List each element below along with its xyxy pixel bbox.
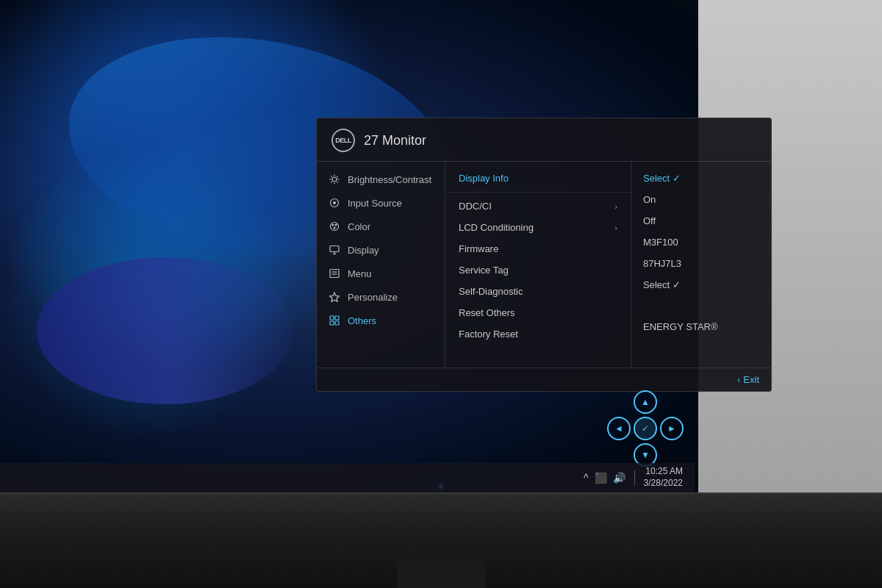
monitor-stand <box>397 559 485 588</box>
menu-item-self-diagnostic[interactable]: Self-Diagnostic <box>445 281 631 302</box>
arrow-icon-lcd: › <box>614 223 617 232</box>
taskbar: ^ ⬛ 🔊 10:25 AM 3/28/2022 <box>0 463 695 492</box>
nav-label-brightness: Brightness/Contrast <box>348 174 431 185</box>
swirl-decoration-4 <box>37 257 294 404</box>
nav-item-menu[interactable]: Menu <box>317 262 445 285</box>
svg-line-8 <box>331 182 331 182</box>
menu-label-display-info: Display Info <box>459 173 509 184</box>
svg-point-0 <box>332 177 337 182</box>
nav-center-button[interactable]: ✓ <box>634 417 657 440</box>
svg-rect-15 <box>330 246 339 252</box>
svg-line-7 <box>337 176 337 176</box>
nav-item-input-source[interactable]: Input Source <box>317 191 445 215</box>
menu-label-lcd: LCD Conditioning <box>459 222 534 233</box>
chevron-left-icon: ‹ <box>737 375 740 385</box>
exit-label: Exit <box>743 374 759 385</box>
menu-item-display-info[interactable]: Display Info <box>445 168 631 189</box>
svg-marker-21 <box>330 293 340 302</box>
menu-item-factory-reset[interactable]: Factory Reset <box>445 323 631 345</box>
nav-up-button[interactable]: ▲ <box>634 390 657 414</box>
firmware-value-label: M3F100 <box>643 237 678 248</box>
menu-item-lcd-conditioning[interactable]: LCD Conditioning › <box>445 217 631 238</box>
nav-label-input: Input Source <box>348 198 402 209</box>
nav-right-button[interactable]: ► <box>660 417 684 440</box>
osd-values-panel: Select ✓ On Off M3F100 87HJ7L3 Select ✓ … <box>631 162 771 368</box>
osd-header: DELL 27 Monitor <box>317 118 771 162</box>
energy-star-label: ENERGY STAR® <box>643 321 718 332</box>
nav-label-display: Display <box>348 245 379 256</box>
value-select-checkmark: Select ✓ <box>631 168 771 189</box>
svg-point-13 <box>335 224 337 226</box>
off-label: Off <box>643 215 656 226</box>
svg-point-11 <box>331 223 339 231</box>
menu-item-ddc-ci[interactable]: DDC/CI › <box>445 196 631 217</box>
taskbar-time-value: 10:25 AM <box>644 466 683 478</box>
taskbar-divider <box>634 470 635 485</box>
menu-label-service-tag: Service Tag <box>459 265 509 276</box>
dell-logo: DELL <box>331 129 355 152</box>
svg-rect-18 <box>330 270 339 278</box>
nav-item-color[interactable]: Color <box>317 215 445 238</box>
value-select-2: Select ✓ <box>631 274 771 295</box>
color-icon <box>329 220 340 232</box>
service-tag-value-label: 87HJ7L3 <box>643 258 681 269</box>
value-service-tag: 87HJ7L3 <box>631 253 771 274</box>
taskbar-volume-icon[interactable]: 🔊 <box>613 472 625 484</box>
menu-label-self-diagnostic: Self-Diagnostic <box>459 286 523 297</box>
value-energy-star: ENERGY STAR® <box>631 316 771 337</box>
value-firmware: M3F100 <box>631 232 771 253</box>
taskbar-clock: 10:25 AM 3/28/2022 <box>644 466 683 489</box>
nav-label-personalize: Personalize <box>348 292 398 303</box>
on-label: On <box>643 194 656 205</box>
osd-body: Brightness/Contrast Input Source <box>317 162 771 368</box>
input-icon <box>329 197 340 209</box>
nav-label-menu: Menu <box>348 268 372 279</box>
osd-footer: ‹ Exit <box>317 368 771 391</box>
nav-item-brightness[interactable]: Brightness/Contrast <box>317 168 445 191</box>
svg-point-12 <box>332 224 334 226</box>
svg-line-5 <box>331 176 331 176</box>
sun-icon <box>329 173 340 185</box>
svg-rect-23 <box>335 316 339 320</box>
nav-item-others[interactable]: Others <box>317 309 445 332</box>
arrow-icon-ddc: › <box>614 202 617 211</box>
value-spacer <box>631 295 771 316</box>
menu-label-reset-others: Reset Others <box>459 307 515 318</box>
menu-divider-1 <box>445 192 631 193</box>
osd-navigation-panel: Brightness/Contrast Input Source <box>317 162 445 368</box>
svg-point-10 <box>333 201 336 204</box>
nav-left-button[interactable]: ◄ <box>607 417 631 440</box>
menu-item-reset-others[interactable]: Reset Others <box>445 302 631 323</box>
svg-rect-22 <box>330 316 334 320</box>
osd-submenu-panel: Display Info DDC/CI › LCD Conditioning ›… <box>445 162 631 368</box>
menu-item-service-tag[interactable]: Service Tag <box>445 259 631 281</box>
menu-item-firmware[interactable]: Firmware <box>445 238 631 259</box>
taskbar-display-icon[interactable]: ⬛ <box>595 472 607 484</box>
star-icon <box>329 291 340 303</box>
osd-nav-joystick: ▲ ◄ ✓ ► ▼ <box>607 390 684 467</box>
grid-icon <box>329 315 340 326</box>
osd-monitor-title: 27 Monitor <box>364 133 426 148</box>
monitor-bezel <box>0 492 882 588</box>
menu-label-firmware: Firmware <box>459 243 498 254</box>
nav-label-others: Others <box>348 315 376 326</box>
value-off: Off <box>631 210 771 232</box>
select-label: Select <box>643 173 670 184</box>
menu-label-ddc-ci: DDC/CI <box>459 201 492 212</box>
select2-label: Select <box>643 279 670 290</box>
nav-item-display[interactable]: Display <box>317 238 445 262</box>
exit-button[interactable]: ‹ Exit <box>737 374 759 385</box>
nav-label-color: Color <box>348 221 370 232</box>
taskbar-system-icons: ^ ⬛ 🔊 <box>584 472 625 484</box>
svg-rect-24 <box>330 321 334 325</box>
svg-rect-25 <box>335 321 339 325</box>
osd-menu-overlay: DELL 27 Monitor <box>316 118 772 392</box>
value-on: On <box>631 189 771 210</box>
taskbar-date-value: 3/28/2022 <box>644 478 683 490</box>
svg-line-6 <box>337 182 337 182</box>
svg-point-14 <box>334 227 336 229</box>
menu-label-factory-reset: Factory Reset <box>459 329 518 340</box>
display-icon <box>329 244 340 256</box>
nav-item-personalize[interactable]: Personalize <box>317 285 445 309</box>
taskbar-chevron-icon[interactable]: ^ <box>584 472 589 484</box>
